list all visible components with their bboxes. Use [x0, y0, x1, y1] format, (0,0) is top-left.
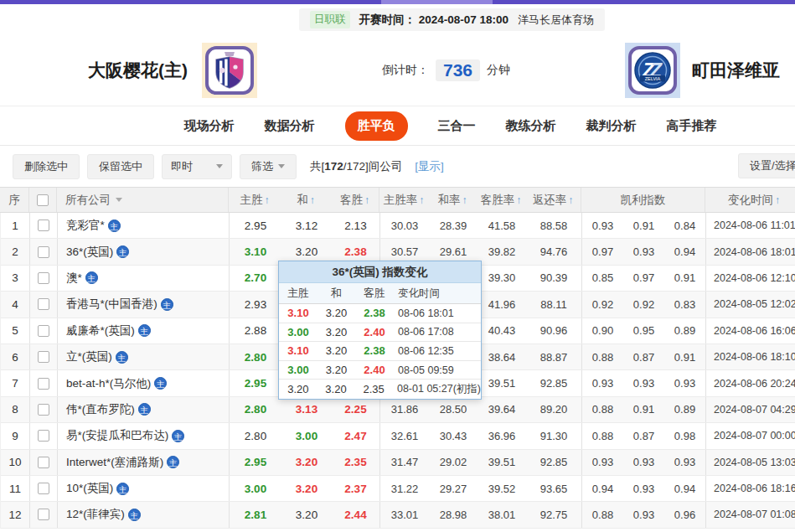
company-cell[interactable]: 易*(安提瓜和巴布达)主 [58, 423, 230, 448]
company-cell[interactable]: 香港马*(中国香港)主 [58, 292, 230, 317]
home-odds[interactable]: 2.80 [230, 344, 281, 369]
header-company[interactable]: 所有公司 [57, 188, 229, 212]
kelly-away: 0.89 [664, 318, 706, 343]
draw-odds[interactable]: 3.00 [281, 423, 332, 448]
tab-3[interactable]: 胜平负 [345, 111, 408, 141]
row-checkbox[interactable] [38, 272, 49, 284]
popup-header-1: 主胜 [279, 283, 317, 303]
keep-selected-button[interactable]: 保留选中 [87, 154, 154, 179]
sort-up-icon: ↑ [419, 194, 424, 206]
company-cell[interactable]: 威廉希*(英国)主 [58, 318, 230, 343]
row-checkbox[interactable] [38, 404, 49, 416]
table-row: 1竞彩官*主2.953.122.1330.0328.3941.5888.580.… [1, 213, 795, 239]
row-checkbox-cell [30, 450, 58, 475]
home-badge-icon: 主 [108, 220, 121, 232]
home-odds[interactable]: 2.80 [230, 397, 281, 422]
company-cell[interactable]: Interwet*(塞浦路斯)主 [58, 450, 230, 475]
change-time: 2024-08-06 18:10 [706, 344, 795, 369]
away-odds[interactable]: 2.35 [332, 450, 380, 475]
company-cell[interactable]: 立*(英国)主 [58, 344, 230, 369]
header-home-odds[interactable]: 主胜↑ [229, 188, 281, 212]
home-rate: 33.01 [380, 502, 429, 527]
draw-odds[interactable]: 3.20 [281, 450, 332, 475]
row-checkbox[interactable] [38, 430, 49, 442]
tab-4[interactable]: 三合一 [438, 118, 476, 134]
change-time: 2024-08-05 12:02 [706, 292, 795, 317]
popup-home-odds: 3.10 [279, 342, 317, 360]
draw-odds[interactable]: 3.20 [281, 502, 332, 527]
company-cell[interactable]: 10*(英国)主 [58, 476, 230, 501]
draw-odds[interactable]: 3.13 [281, 397, 332, 422]
away-team-name: 町田泽维亚 [692, 59, 780, 82]
company-cell[interactable]: 澳*主 [58, 266, 230, 291]
row-checkbox[interactable] [38, 378, 49, 390]
tab-7[interactable]: 高手推荐 [667, 118, 717, 134]
change-time: 2024-08-06 18:16 [706, 476, 795, 501]
company-cell[interactable]: 12*(菲律宾)主 [58, 502, 230, 527]
header-draw-odds[interactable]: 和↑ [281, 188, 331, 212]
row-checkbox[interactable] [38, 325, 49, 337]
header-change-time[interactable]: 变化时间↑ [705, 188, 795, 212]
show-link[interactable]: [显示] [415, 159, 444, 174]
row-checkbox[interactable] [38, 351, 49, 363]
home-odds[interactable]: 2.95 [230, 213, 281, 238]
draw-odds[interactable]: 3.12 [281, 213, 332, 238]
away-rate: 39.64 [478, 397, 526, 422]
home-odds[interactable]: 3.10 [230, 239, 281, 264]
company-cell[interactable]: 竞彩官*主 [58, 213, 230, 238]
company-name: 澳* [66, 271, 82, 286]
away-odds[interactable]: 2.44 [332, 502, 380, 527]
select-all-checkbox[interactable] [37, 194, 49, 206]
away-odds[interactable]: 2.25 [332, 397, 380, 422]
delete-selected-button[interactable]: 删除选中 [13, 154, 80, 179]
header-home-rate[interactable]: 主胜率↑ [379, 188, 428, 212]
home-odds[interactable]: 2.88 [230, 318, 281, 343]
popup-change-time: 08-05 09:59 [394, 361, 481, 380]
home-odds[interactable]: 2.81 [230, 502, 281, 527]
row-checkbox[interactable] [38, 457, 49, 468]
popup-draw-odds: 3.20 [317, 342, 355, 360]
home-odds[interactable]: 3.00 [230, 476, 281, 501]
header-return-rate[interactable]: 返还率↑ [525, 188, 581, 212]
tab-2[interactable]: 数据分析 [265, 118, 315, 134]
draw-odds[interactable]: 3.20 [281, 476, 332, 501]
countdown: 倒计时： 736 分钟 [382, 59, 510, 81]
home-odds[interactable]: 2.93 [230, 292, 281, 317]
countdown-label: 倒计时： [382, 63, 429, 78]
home-odds[interactable]: 2.80 [230, 423, 281, 448]
home-odds[interactable]: 2.95 [230, 450, 281, 475]
header-away-rate[interactable]: 客胜率↑ [477, 188, 525, 212]
away-odds[interactable]: 2.13 [332, 213, 380, 238]
kelly-home: 0.88 [582, 397, 623, 422]
row-index: 11 [1, 476, 30, 501]
company-cell[interactable]: 36*(英国)主 [58, 239, 230, 264]
settings-select-button[interactable]: 设置/选择 [738, 153, 795, 178]
tab-6[interactable]: 裁判分析 [586, 118, 637, 134]
header-draw-rate[interactable]: 和率↑ [428, 188, 477, 212]
away-odds[interactable]: 2.37 [332, 476, 380, 501]
filter-dropdown[interactable]: 筛选 [240, 154, 297, 179]
popup-draw-odds: 3.20 [317, 361, 355, 380]
popup-home-odds: 3.00 [279, 323, 317, 342]
header-away-odds[interactable]: 客胜↑ [331, 188, 379, 212]
company-cell[interactable]: bet-at-h*(马尔他)主 [58, 370, 230, 395]
row-checkbox-cell [30, 370, 58, 395]
league-badge[interactable]: 日职联 [310, 11, 350, 28]
popup-away-odds: 2.35 [354, 380, 393, 399]
home-odds[interactable]: 2.95 [230, 370, 281, 395]
tab-5[interactable]: 教练分析 [506, 118, 556, 134]
row-checkbox[interactable] [38, 509, 49, 520]
away-odds[interactable]: 2.47 [332, 423, 380, 448]
row-checkbox[interactable] [38, 246, 49, 258]
company-cell[interactable]: 伟*(直布罗陀)主 [58, 397, 230, 422]
row-checkbox[interactable] [38, 483, 49, 494]
row-index: 1 [1, 213, 30, 238]
return-rate: 89.20 [526, 397, 582, 422]
sort-up-icon: ↑ [775, 194, 780, 206]
row-checkbox[interactable] [38, 298, 49, 310]
home-odds[interactable]: 2.70 [230, 266, 281, 291]
tab-1[interactable]: 现场分析 [184, 118, 235, 134]
return-rate: 92.75 [526, 502, 582, 527]
instant-odds-dropdown[interactable]: 即时 [162, 154, 232, 179]
row-checkbox[interactable] [38, 220, 49, 231]
